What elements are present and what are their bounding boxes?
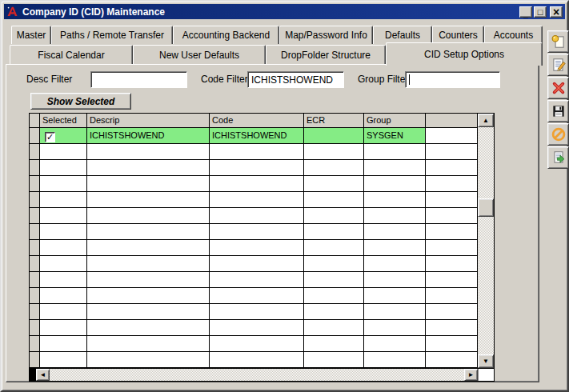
grid-cell[interactable]: [210, 176, 304, 191]
group-cell[interactable]: SYSGEN: [364, 128, 426, 143]
grid-cell[interactable]: [87, 144, 210, 159]
grid-cell[interactable]: [364, 208, 426, 223]
grid-cell[interactable]: [87, 320, 210, 335]
grid-cell[interactable]: [210, 272, 304, 287]
tab-accounting-backend[interactable]: Accounting Backend: [173, 26, 279, 44]
row-selector-cell[interactable]: [30, 336, 40, 351]
grid-cell[interactable]: [210, 240, 304, 255]
grid-cell[interactable]: [210, 304, 304, 319]
grid-cell[interactable]: [87, 224, 210, 239]
grid-cell[interactable]: [87, 176, 210, 191]
table-row[interactable]: [30, 224, 478, 240]
grid-cell[interactable]: [87, 208, 210, 223]
table-row[interactable]: [30, 256, 478, 272]
grid-cell[interactable]: [304, 144, 364, 159]
grid-cell[interactable]: [364, 176, 426, 191]
grid-cell[interactable]: [40, 272, 87, 287]
grid-cell[interactable]: [304, 336, 364, 351]
minimize-button[interactable]: _: [519, 6, 532, 18]
table-row[interactable]: [30, 176, 478, 192]
grid-cell[interactable]: [210, 192, 304, 207]
grid-cell[interactable]: [364, 352, 426, 367]
row-selector-cell[interactable]: [30, 160, 40, 175]
table-row[interactable]: [30, 144, 478, 160]
grid-cell[interactable]: [364, 160, 426, 175]
close-button[interactable]: ×: [550, 6, 563, 18]
grid-cell[interactable]: [87, 272, 210, 287]
grid-header-code[interactable]: Code: [210, 114, 304, 127]
table-row[interactable]: [30, 272, 478, 288]
row-selector-cell[interactable]: [30, 272, 40, 287]
scroll-left-button[interactable]: ◄: [36, 369, 50, 381]
grid-cell[interactable]: [40, 304, 87, 319]
grid-cell[interactable]: [364, 288, 426, 303]
scroll-right-button[interactable]: ►: [464, 369, 478, 381]
tab-map-password-info[interactable]: Map/Password Info: [279, 26, 373, 44]
grid-cell[interactable]: [87, 304, 210, 319]
grid-cell[interactable]: [210, 320, 304, 335]
table-row[interactable]: [30, 336, 478, 352]
row-selector-cell[interactable]: [30, 320, 40, 335]
grid-cell[interactable]: [304, 176, 364, 191]
row-selector-cell[interactable]: [30, 192, 40, 207]
grid-cell[interactable]: [364, 144, 426, 159]
tab-cid-setup-options[interactable]: CID Setup Options: [386, 42, 543, 66]
grid-cell[interactable]: [364, 320, 426, 335]
grid-cell[interactable]: [40, 224, 87, 239]
grid-cell[interactable]: [40, 208, 87, 223]
row-selector-cell[interactable]: [30, 224, 40, 239]
grid-cell[interactable]: [40, 144, 87, 159]
horizontal-scroll-thumb[interactable]: [30, 369, 36, 381]
grid-cell[interactable]: [210, 352, 304, 367]
grid-cell[interactable]: [364, 272, 426, 287]
new-record-button[interactable]: [547, 30, 569, 53]
row-selector-cell[interactable]: [30, 256, 40, 271]
table-row[interactable]: [30, 320, 478, 336]
tab-master[interactable]: Master: [11, 26, 51, 44]
grid-cell[interactable]: [87, 256, 210, 271]
delete-record-button[interactable]: [547, 77, 569, 99]
tab-dropfolder-structure[interactable]: DropFolder Structure: [266, 45, 386, 64]
grid-cell[interactable]: [304, 352, 364, 367]
tab-new-user-defaults[interactable]: New User Defaults: [133, 45, 266, 64]
grid-cell[interactable]: [210, 288, 304, 303]
grid-cell[interactable]: [87, 352, 210, 367]
show-selected-button[interactable]: Show Selected: [30, 93, 131, 110]
grid-cell[interactable]: [87, 288, 210, 303]
cancel-record-button[interactable]: [547, 123, 569, 146]
scroll-down-button[interactable]: ▼: [478, 354, 494, 368]
tab-accounts[interactable]: Accounts: [484, 26, 543, 44]
grid-header-descrip[interactable]: Descrip: [87, 114, 210, 127]
grid-cell[interactable]: [210, 336, 304, 351]
grid-cell[interactable]: [304, 288, 364, 303]
tab-paths-remote[interactable]: Paths / Remote Transfer: [51, 26, 173, 44]
grid-cell[interactable]: [364, 192, 426, 207]
grid-cell[interactable]: [304, 208, 364, 223]
row-checkbox[interactable]: ✓: [45, 132, 55, 142]
grid-cell[interactable]: [304, 256, 364, 271]
grid-cell[interactable]: [87, 160, 210, 175]
tab-fiscal-calendar[interactable]: Fiscal Calendar: [10, 45, 133, 64]
grid-cell[interactable]: [210, 144, 304, 159]
group-filter-input[interactable]: [405, 71, 500, 88]
table-row[interactable]: [30, 304, 478, 320]
ecr-cell[interactable]: [304, 128, 364, 143]
grid-cell[interactable]: [304, 192, 364, 207]
grid-cell[interactable]: [364, 256, 426, 271]
row-selector-cell[interactable]: [30, 240, 40, 255]
grid-cell[interactable]: [210, 224, 304, 239]
table-row[interactable]: [30, 288, 478, 304]
row-selector-cell[interactable]: [30, 208, 40, 223]
grid-cell[interactable]: [40, 320, 87, 335]
code-cell[interactable]: ICHISTSHOWEND: [210, 128, 304, 143]
grid-cell[interactable]: [40, 336, 87, 351]
table-row-selected[interactable]: ✓ ICHISTSHOWEND ICHISTSHOWEND SYSGEN: [30, 128, 478, 144]
table-row[interactable]: [30, 208, 478, 224]
grid-cell[interactable]: [87, 192, 210, 207]
grid-cell[interactable]: [40, 160, 87, 175]
grid-cell[interactable]: [87, 336, 210, 351]
grid-cell[interactable]: [304, 272, 364, 287]
grid-cell[interactable]: [304, 304, 364, 319]
grid-cell[interactable]: [40, 256, 87, 271]
grid-cell[interactable]: [210, 160, 304, 175]
